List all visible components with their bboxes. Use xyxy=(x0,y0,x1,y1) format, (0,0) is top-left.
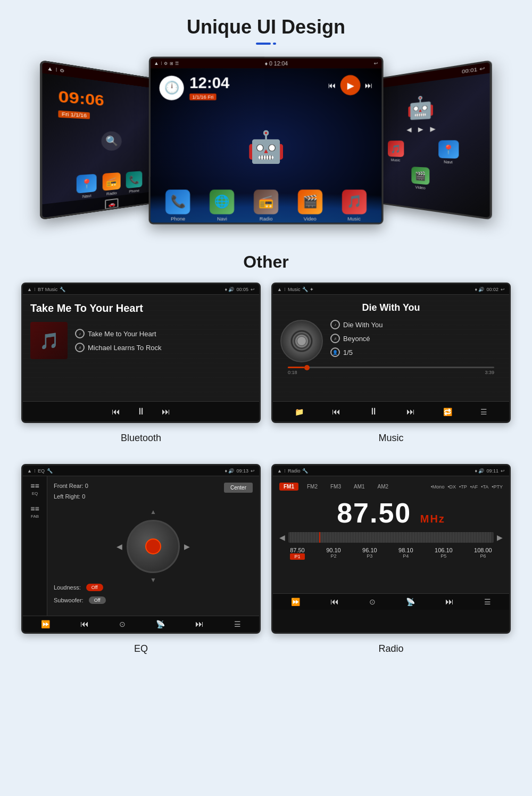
front-rear-row: Front Rear: 0 xyxy=(54,483,96,489)
next-btn-right[interactable]: ▶ xyxy=(430,125,435,133)
eq-next-button[interactable]: ⏭ xyxy=(195,619,204,629)
eq-arrow-left[interactable]: ◀ xyxy=(117,542,122,551)
preset-p6[interactable]: 108.00 P6 xyxy=(474,547,492,560)
artist-icon: ♬ xyxy=(75,343,85,352)
video-center-app[interactable]: 🎬 Video xyxy=(298,189,322,221)
preset-p1[interactable]: 87.50 P1 xyxy=(290,547,305,560)
eq-knob-center xyxy=(145,538,161,554)
radio-app-icon[interactable]: 📻 Radio xyxy=(103,172,121,196)
video-right-app[interactable]: 🎬 Video xyxy=(411,167,429,190)
fab-sliders-icon: ≡≡ xyxy=(30,504,39,513)
eq-sidebar-eq[interactable]: ≡≡ EQ xyxy=(30,482,39,496)
freq-left-arrow[interactable]: ◀ xyxy=(279,533,285,542)
eq-back-button[interactable]: ⏩ xyxy=(41,620,50,628)
preset-p5[interactable]: 106.10 P5 xyxy=(435,547,453,560)
subwoofer-toggle[interactable]: Off xyxy=(89,596,106,604)
fm3-band-button[interactable]: FM3 xyxy=(326,483,345,491)
eq-knob[interactable] xyxy=(127,520,180,573)
music-repeat-button[interactable]: 🔁 xyxy=(443,408,452,416)
fm1-band-button[interactable]: FM1 xyxy=(279,483,298,491)
screen-right-wrapper: ♦ 0 00:01 ↩ Music 🤖 ◀ ▶ ▶ xyxy=(365,60,492,220)
android-robot-right: 🤖 xyxy=(406,94,435,121)
eq-content: ≡≡ EQ ≡≡ FAB Front Rear: 0 xyxy=(23,476,259,616)
music-status-bar: ▲ ⁝ Music 🔧 ✦ ♦ 🔊 00:02 ↩ xyxy=(273,284,509,295)
music-folder-button[interactable]: 📁 xyxy=(295,408,304,416)
radio-back-button[interactable]: ⏩ xyxy=(291,598,300,606)
screens-showcase: ▲ ⁝ ⚙ ♦ ↩ 09:06 Fri 1/1/16 🔍 📍 xyxy=(0,55,532,242)
page-title-unique-ui: Unique UI Design xyxy=(0,0,532,38)
eq-menu-button[interactable]: ☰ xyxy=(234,620,241,628)
music-center-app[interactable]: 🎵 Music xyxy=(342,189,366,221)
progress-bar-container[interactable]: 0:18 3:39 xyxy=(280,362,502,377)
screen-left-wrapper: ▲ ⁝ ⚙ ♦ ↩ 09:06 Fri 1/1/16 🔍 📍 xyxy=(40,60,166,220)
screens-row-1: ▲ ⁝ BT Music 🔧 ♦ 🔊 00:05 ↩ Take Me To Yo… xyxy=(21,283,511,423)
am2-band-button[interactable]: AM2 xyxy=(373,483,393,491)
eq-prev-button[interactable]: ⏮ xyxy=(80,619,89,629)
freq-slider[interactable]: ◀ ▶ xyxy=(279,532,503,543)
navi-app-icon[interactable]: 📍 Navi xyxy=(77,174,97,200)
time-current: 0:18 xyxy=(288,370,297,375)
radio-home-button[interactable]: ⊙ xyxy=(369,598,376,606)
freq-track[interactable] xyxy=(288,532,494,543)
radio-center-app[interactable]: 📻 Radio xyxy=(254,189,278,221)
bt-prev-button[interactable]: ⏮ xyxy=(112,407,120,417)
eq-antenna-button[interactable]: 📡 xyxy=(156,620,165,628)
play-btn-right[interactable]: ▶ xyxy=(418,126,423,133)
eq-sliders-icon: ≡≡ xyxy=(30,482,39,490)
phone-center-app[interactable]: 📞 Phone xyxy=(165,189,190,221)
center-button[interactable]: Center xyxy=(224,483,253,493)
music-track-details: ♪ Die With You ♬ Beyoncé 👤 1/5 xyxy=(330,320,502,357)
navi-center-app[interactable]: 🌐 Navi xyxy=(210,189,234,221)
time-total: 3:39 xyxy=(485,370,494,375)
eq-sidebar: ≡≡ EQ ≡≡ FAB xyxy=(23,476,47,616)
music-content: Die With You ♪ Die With You ♬ Beyoncé xyxy=(273,295,509,401)
music-note-icon-2: ♪ xyxy=(330,320,340,329)
music-next-button[interactable]: ⏭ xyxy=(406,407,415,417)
fm2-band-button[interactable]: FM2 xyxy=(303,483,322,491)
eq-screen: ▲ ⁝ EQ 🔧 ♦ 🔊 09:13 ↩ ≡≡ EQ xyxy=(21,464,261,634)
radio-menu-button[interactable]: ☰ xyxy=(484,598,491,606)
next-btn-top[interactable]: ⏭ xyxy=(365,81,373,90)
af-option: •AF xyxy=(470,484,478,490)
progress-dot xyxy=(304,365,310,370)
dx-option: •DX xyxy=(447,484,456,490)
bt-pause-button[interactable]: ⏸ xyxy=(136,406,146,417)
loudness-row: Loudness: Off xyxy=(54,584,253,591)
eq-status-bar: ▲ ⁝ EQ 🔧 ♦ 🔊 09:13 ↩ xyxy=(23,466,259,476)
bt-next-button[interactable]: ⏭ xyxy=(162,407,170,417)
music-prev-button[interactable]: ⏮ xyxy=(332,407,340,417)
prev-btn-right[interactable]: ◀ xyxy=(406,126,411,134)
car-screen-right: ♦ 0 00:01 ↩ Music 🤖 ◀ ▶ ▶ xyxy=(365,60,492,220)
vinyl-record xyxy=(280,320,323,362)
play-btn-top[interactable]: ▶ xyxy=(340,75,361,95)
preset-p2[interactable]: 90.10 P2 xyxy=(326,547,341,560)
section-other: Other ▲ ⁝ BT Music 🔧 ♦ 🔊 00:05 ↩ Take Me… xyxy=(0,242,532,680)
mono-option: •Mono xyxy=(431,484,445,490)
eq-home-button[interactable]: ⊙ xyxy=(119,620,126,628)
center-time-display: 🕛 12:04 1/1/16 Fri xyxy=(159,75,229,101)
search-icon[interactable]: 🔍 xyxy=(101,131,121,151)
music-playlist-button[interactable]: ☰ xyxy=(480,408,487,416)
eq-arrow-right[interactable]: ▶ xyxy=(184,542,190,551)
am1-band-button[interactable]: AM1 xyxy=(350,483,369,491)
bt-status-bar: ▲ ⁝ BT Music 🔧 ♦ 🔊 00:05 ↩ xyxy=(23,284,259,295)
bt-controls-bar: ⏮ ⏸ ⏭ xyxy=(23,401,259,421)
music-pause-button[interactable]: ⏸ xyxy=(369,406,378,417)
freq-right-arrow[interactable]: ▶ xyxy=(497,533,503,542)
center-screen-content: 🕛 12:04 1/1/16 Fri ⏮ ▶ ⏭ xyxy=(151,69,382,225)
radio-next-button[interactable]: ⏭ xyxy=(445,597,454,607)
radio-prev-button[interactable]: ⏮ xyxy=(330,597,339,607)
eq-sidebar-fab[interactable]: ≡≡ FAB xyxy=(30,504,39,519)
phone-app-icon[interactable]: 📞 Phone xyxy=(126,171,143,194)
navi-right-app[interactable]: 📍 Navi xyxy=(422,140,477,165)
prev-btn-top[interactable]: ⏮ xyxy=(328,81,336,90)
loudness-toggle[interactable]: Off xyxy=(86,584,103,591)
radio-antenna-button[interactable]: 📡 xyxy=(406,598,415,606)
title-underline-decoration xyxy=(0,43,532,45)
preset-p4[interactable]: 98.10 P4 xyxy=(398,547,413,560)
bt-content: Take Me To Your Heart 🎵 ♪ Take Me to You… xyxy=(23,295,259,401)
bt-caption: Bluetooth xyxy=(21,428,261,448)
preset-p3[interactable]: 96.10 P3 xyxy=(362,547,377,560)
artist-icon-2: ♬ xyxy=(330,334,340,343)
eq-arrow-up-top: ▲ xyxy=(150,508,156,516)
